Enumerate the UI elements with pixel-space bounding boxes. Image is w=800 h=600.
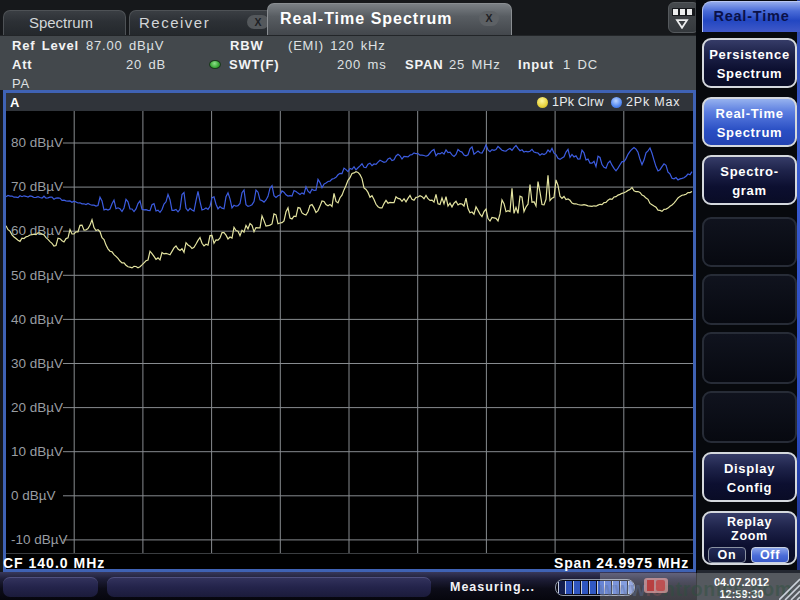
svg-text:10 dBµV: 10 dBµV bbox=[11, 444, 63, 459]
svg-text:-10 dBµV: -10 dBµV bbox=[11, 532, 68, 547]
svg-text:60 dBµV: 60 dBµV bbox=[11, 223, 63, 238]
svg-text:20 dBµV: 20 dBµV bbox=[11, 400, 63, 415]
svg-text:40 dBµV: 40 dBµV bbox=[11, 312, 63, 327]
svg-text:50 dBµV: 50 dBµV bbox=[11, 268, 63, 283]
svg-text:0 dBµV: 0 dBµV bbox=[11, 488, 56, 503]
svg-text:80 dBµV: 80 dBµV bbox=[11, 135, 63, 150]
svg-text:70 dBµV: 70 dBµV bbox=[11, 179, 63, 194]
svg-text:30 dBµV: 30 dBµV bbox=[11, 356, 63, 371]
